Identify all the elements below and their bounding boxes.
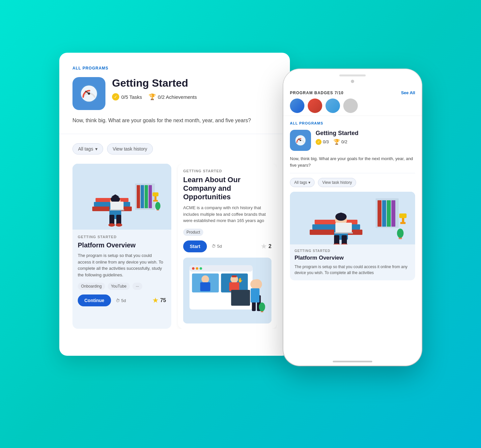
- svg-point-34: [200, 267, 202, 270]
- svg-rect-57: [378, 200, 382, 227]
- phone-program-info: Getting Started ✓ 0/3 🏆 0/2: [316, 130, 358, 145]
- tag-youtube: YouTube: [108, 283, 130, 290]
- svg-rect-20: [116, 215, 121, 225]
- phone-view-history-button[interactable]: View task history: [318, 178, 356, 187]
- svg-rect-7: [141, 185, 144, 208]
- desktop-card: ALL PROGRAMS Getting Started ✓: [59, 53, 290, 356]
- cards-row: GETTING STARTED Platform Overview The pr…: [72, 164, 277, 329]
- svg-rect-8: [145, 185, 148, 208]
- svg-rect-38: [200, 282, 211, 291]
- phone-task-image: [290, 192, 415, 244]
- svg-point-26: [155, 202, 160, 210]
- phone-card-title: Platform Overview: [295, 255, 410, 261]
- card-2-description: ACME is a company with rich history that…: [183, 205, 271, 224]
- chevron-down-icon: ▾: [95, 146, 98, 152]
- phone-filter-row: All tags ▾ View task history: [290, 178, 415, 187]
- start-button[interactable]: Start: [183, 240, 207, 252]
- card-1-footer: Continue ⏱ 5d ★ 75: [78, 294, 166, 306]
- phone-tasks-stat: ✓ 0/3: [316, 139, 329, 145]
- badge-2: [308, 98, 322, 113]
- badges-header: PROGRAM BADGES 7/10 See All: [290, 90, 415, 95]
- trophy-icon: 🏆: [149, 93, 156, 100]
- phone-all-programs: ALL PROGRAMS: [290, 121, 415, 125]
- card-1-tags: Onboarding YouTube ···: [78, 283, 166, 290]
- phone-home-indicator: [333, 361, 372, 362]
- tag-onboarding: Onboarding: [78, 283, 105, 290]
- program-description: Now, think big. What are your goals for …: [72, 117, 277, 125]
- svg-rect-62: [402, 217, 404, 223]
- clock-icon: ⏱: [116, 298, 120, 303]
- svg-point-50: [259, 302, 265, 311]
- svg-point-33: [196, 267, 198, 270]
- time-info-1: ⏱ 5d: [116, 298, 126, 303]
- continue-button[interactable]: Continue: [78, 294, 111, 306]
- card-2-title: Learn About Our Company and Opportunitie…: [183, 176, 271, 201]
- program-info: Getting Started ✓ 0/5 Tasks 🏆 0/2 Achiev…: [112, 77, 197, 100]
- tag-more: ···: [132, 283, 142, 290]
- svg-text:✋: ✋: [238, 277, 243, 283]
- divider: [59, 134, 290, 134]
- desk-illustration: [72, 164, 171, 230]
- all-tags-button[interactable]: All tags ▾: [72, 143, 103, 154]
- phone-task-body: GETTING STARTED Platform Overview The pr…: [290, 244, 415, 280]
- phone-card-category: GETTING STARTED: [295, 249, 410, 253]
- phone-notch-area: [283, 69, 422, 86]
- task-card-2: GETTING STARTED Learn About Our Company …: [178, 164, 277, 329]
- rating-num-1: 75: [160, 297, 166, 303]
- clock-icon-2: ⏱: [212, 244, 216, 249]
- program-stats: ✓ 0/5 Tasks 🏆 0/2 Achievements: [112, 93, 197, 100]
- svg-rect-9: [149, 185, 152, 208]
- svg-rect-70: [334, 235, 339, 244]
- phone-desk-illustration: [290, 192, 415, 244]
- task-card-2-body: GETTING STARTED Learn About Our Company …: [178, 164, 277, 258]
- svg-rect-75: [334, 232, 353, 234]
- star-icon-2: ★: [261, 242, 267, 251]
- svg-point-77: [397, 229, 404, 238]
- task-card-1-body: GETTING STARTED Platform Overview The pr…: [72, 230, 171, 312]
- card-2-footer: Start ⏱ 5d ★ 2: [183, 240, 271, 252]
- phone-all-tags-button[interactable]: All tags ▾: [290, 178, 315, 187]
- phone-mockup: PROGRAM BADGES 7/10 See All ALL PROGRAMS: [283, 69, 422, 366]
- svg-rect-40: [229, 282, 240, 291]
- gauge-icon: [77, 82, 100, 105]
- phone-stats: ✓ 0/3 🏆 0/2: [316, 139, 358, 145]
- badges-title: PROGRAM BADGES 7/10: [290, 91, 344, 95]
- badges-row: [290, 98, 415, 113]
- svg-rect-19: [109, 215, 114, 225]
- filter-row: All tags ▾ View task history: [72, 143, 277, 154]
- task-card-1: GETTING STARTED Platform Overview The pr…: [72, 164, 171, 329]
- card-2-category: GETTING STARTED: [183, 169, 271, 173]
- task-card-1-image: [72, 164, 171, 230]
- star-rating-2: ★ 2: [261, 242, 271, 251]
- svg-rect-63: [399, 213, 407, 218]
- tasks-stat: ✓ 0/5 Tasks: [112, 93, 142, 100]
- phone-notch: [339, 74, 366, 76]
- time-info-2: ⏱ 5d: [212, 244, 222, 249]
- phone-camera: [351, 80, 354, 83]
- svg-rect-12: [153, 192, 158, 196]
- phone-gauge-icon: [293, 133, 308, 148]
- card-2-tags: Product: [183, 229, 271, 236]
- phone-achievements-stat: 🏆 0/2: [333, 139, 347, 145]
- svg-point-22: [116, 223, 122, 227]
- phone-chevron-icon: ▾: [308, 180, 310, 185]
- svg-point-32: [192, 267, 195, 270]
- card-1-description: The program is setup so that you could a…: [78, 252, 166, 278]
- phone-program-header: Getting Started ✓ 0/3 🏆 0/2: [290, 130, 415, 151]
- check-icon: ✓: [112, 93, 119, 100]
- svg-rect-74: [335, 223, 352, 233]
- star-rating-1: ★ 75: [152, 296, 166, 305]
- phone-description: Now, think big. What are your goals for …: [290, 155, 415, 168]
- svg-rect-10: [153, 200, 158, 202]
- video-illustration: ✋: [183, 258, 271, 323]
- tag-product: Product: [183, 229, 203, 236]
- program-header: Getting Started ✓ 0/5 Tasks 🏆 0/2 Achiev…: [72, 77, 277, 110]
- svg-point-54: [300, 140, 301, 141]
- phone-trophy-icon: 🏆: [333, 139, 340, 145]
- view-task-history-button[interactable]: View task history: [107, 143, 153, 154]
- svg-rect-41: [232, 275, 237, 277]
- program-title: Getting Started: [112, 77, 197, 89]
- see-all-link[interactable]: See All: [401, 90, 415, 95]
- card-1-category: GETTING STARTED: [78, 235, 166, 239]
- svg-rect-23: [110, 202, 124, 210]
